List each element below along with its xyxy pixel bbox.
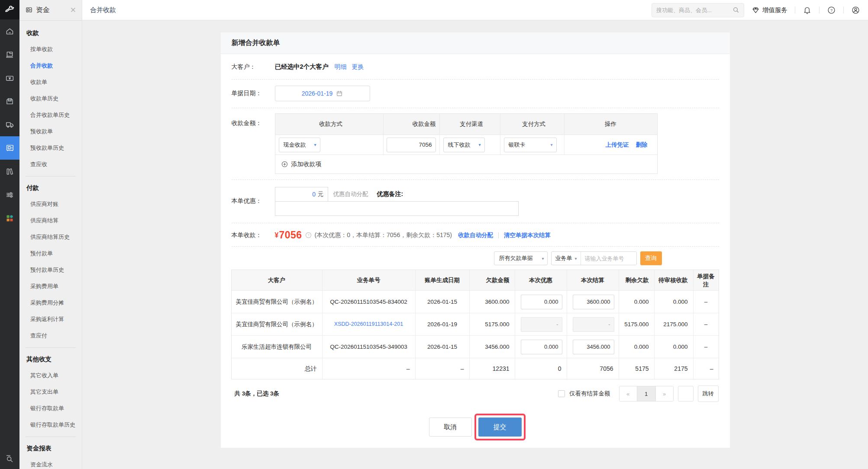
row-discount-input[interactable] [521, 295, 562, 309]
method-select[interactable]: 现金收款 ▾ [279, 138, 320, 152]
total-label: 总计 [232, 358, 323, 379]
rail-search-icon[interactable] [0, 454, 19, 463]
pagination: « 1 » [619, 386, 674, 402]
sidebar-item[interactable]: 合并收款单历史 [19, 107, 82, 123]
rail-funds-icon[interactable] [0, 136, 19, 160]
sidebar-item[interactable]: 收款单 [19, 74, 82, 90]
jump-button[interactable]: 跳转 [698, 385, 719, 402]
notifications-bell-icon[interactable] [803, 6, 812, 15]
total-remaining: 5175 [619, 358, 655, 379]
paytype-select[interactable]: 银联卡 ▾ [504, 138, 557, 152]
query-button[interactable]: 查询 [640, 251, 662, 265]
sidebar-item[interactable]: 银行存取款单 [19, 400, 82, 417]
sidebar-item[interactable]: 采购返利计算 [19, 311, 82, 328]
order-no-link[interactable]: XSDD-20260119113014-201 [334, 320, 403, 328]
upload-voucher-link[interactable]: 上传凭证 [606, 141, 629, 149]
sidebar-item[interactable]: 其它收入单 [19, 367, 82, 384]
settled-only-checkbox[interactable] [558, 390, 565, 397]
help-icon[interactable]: ? [827, 6, 836, 15]
sidebar-item[interactable]: 按单收款 [19, 41, 82, 58]
rail-sliders-icon[interactable] [0, 183, 19, 206]
receipt-summary: (本次优惠：0，本单结算：7056，剩余欠款：5175) [315, 231, 452, 239]
rail-apps-icon[interactable] [0, 206, 19, 230]
chevron-down-icon: ▾ [314, 142, 316, 147]
paytype-cell: 银联卡 ▾ [500, 135, 565, 154]
table-row: 美宜佳商贸有限公司（示例名） XSDD-20260119113014-201 2… [232, 313, 719, 336]
sidebar-item[interactable]: 供应商结算 [19, 212, 82, 229]
customer-detail-link[interactable]: 明细 [335, 63, 347, 71]
question-circle-icon[interactable]: ? [305, 231, 312, 239]
sidebar-item[interactable]: 资金流水 [19, 456, 82, 469]
discount-unit: 元 [318, 190, 324, 198]
sidebar-item[interactable]: 预付款单历史 [19, 262, 82, 278]
current-page[interactable]: 1 [637, 386, 656, 401]
discount-remark-input[interactable] [275, 201, 519, 216]
auto-allocate-link[interactable]: 收款自动分配 [458, 231, 493, 239]
rail-package-icon[interactable] [0, 90, 19, 113]
cancel-button[interactable]: 取消 [429, 418, 472, 437]
payment-amount-input[interactable] [387, 138, 436, 152]
sidebar-item[interactable]: 采购费用分摊 [19, 295, 82, 311]
sidebar-item[interactable]: 供应商结算历史 [19, 229, 82, 245]
clear-settlement-link[interactable]: 清空单据本次结算 [504, 231, 551, 239]
rail-ledger-icon[interactable] [0, 160, 19, 183]
next-page-button[interactable]: » [656, 386, 673, 401]
add-payment-item-button[interactable]: 添加收款项 [275, 154, 657, 173]
sidebar-item[interactable]: 查应付 [19, 328, 82, 344]
order-type-select[interactable]: 业务单 ▾ [552, 252, 581, 265]
brand-logo-icon [0, 0, 19, 19]
row-discount-input[interactable] [521, 340, 562, 354]
bill-date-picker[interactable]: 2026-01-19 [275, 86, 370, 101]
sidebar-item[interactable]: 供应商对账 [19, 196, 82, 212]
row-settle-input[interactable] [573, 295, 614, 309]
delete-row-link[interactable]: 删除 [636, 141, 648, 149]
table-row: 乐家生活超市连锁有限公司 QC-20260115103545-349003 20… [232, 336, 719, 358]
channel-select[interactable]: 线下收款 ▾ [443, 138, 485, 152]
value-added-services[interactable]: 增值服务 [752, 6, 787, 14]
submit-button[interactable]: 提交 [478, 418, 522, 437]
sidebar-item[interactable]: 预收款单 [19, 123, 82, 140]
cell-debt: 3456.000 [470, 336, 515, 358]
row-settle-input[interactable] [573, 340, 614, 354]
sidebar-item-merged-receipt[interactable]: 合并收款 [19, 58, 82, 74]
date-label: 单据日期： [232, 90, 275, 97]
sidebar-item[interactable]: 收款单历史 [19, 90, 82, 107]
customer-change-link[interactable]: 更换 [352, 63, 364, 71]
cell-pending: 0.000 [655, 291, 694, 313]
discount-amount-input[interactable]: 0 元 [275, 187, 328, 202]
cell-pending: 2175.000 [655, 313, 694, 335]
rail-store-icon[interactable] [0, 43, 19, 66]
page-jump-input[interactable] [678, 386, 694, 402]
prev-page-button[interactable]: « [620, 386, 637, 401]
rail-truck-icon[interactable] [0, 113, 19, 136]
sidebar-item[interactable]: 其它支出单 [19, 384, 82, 400]
rail-cash-icon[interactable] [0, 66, 19, 90]
global-search[interactable] [652, 3, 744, 17]
page-tab[interactable]: 合并收款 [90, 6, 116, 14]
table-footer: 共 3条，已选 3条 仅看有结算金额 « 1 » 跳转 [231, 379, 720, 407]
sidebar-section-reports: 资金报表 [19, 440, 82, 456]
sidebar-item[interactable]: 预收款单历史 [19, 140, 82, 156]
sidebar-item[interactable]: 采购费用单 [19, 278, 82, 295]
order-no-input[interactable] [581, 252, 636, 265]
cell-remark: – [694, 336, 719, 358]
divider [843, 6, 844, 13]
cell-bill-date: 2026-01-19 [416, 313, 470, 335]
user-avatar-icon[interactable] [851, 6, 860, 15]
cell-remark: – [694, 313, 719, 335]
sidebar-item[interactable]: 预付款单 [19, 245, 82, 262]
debt-docs-select[interactable]: 所有欠款单据 ▾ [494, 251, 548, 265]
sidebar-close-icon[interactable]: ✕ [70, 6, 76, 14]
sidebar: 资金 ✕ 收款 按单收款 合并收款 收款单 收款单历史 合并收款单历史 预收款单… [19, 0, 82, 469]
sidebar-item[interactable]: 查应收 [19, 156, 82, 173]
rail-home-icon[interactable] [0, 19, 19, 43]
amount-cell [384, 135, 440, 154]
col-header-actions: 操作 [565, 114, 657, 135]
sidebar-item[interactable]: 银行存取款单历史 [19, 417, 82, 433]
divider [26, 437, 76, 437]
table-footer-right: 仅看有结算金额 « 1 » 跳转 [558, 385, 719, 402]
global-search-input[interactable] [656, 7, 732, 13]
chevron-down-icon: ▾ [478, 142, 481, 147]
cell-customer: 乐家生活超市连锁有限公司 [232, 336, 323, 358]
sidebar-section-payments: 付款 [19, 180, 82, 196]
